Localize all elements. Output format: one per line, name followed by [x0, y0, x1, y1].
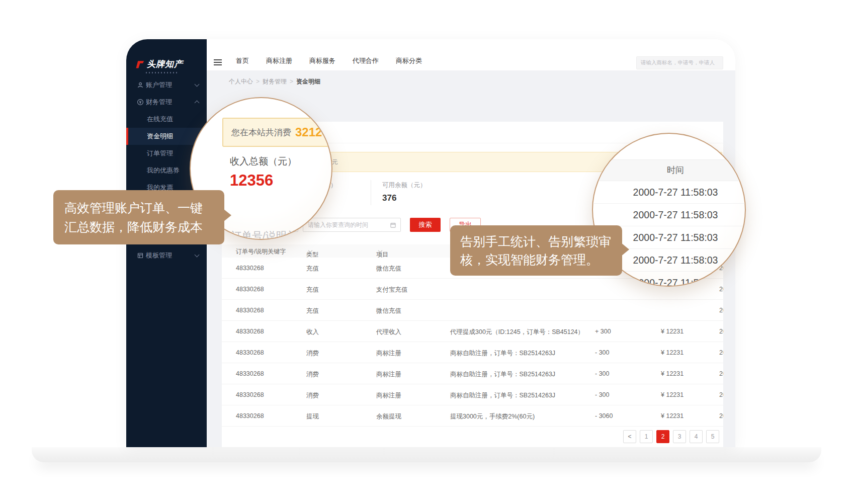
header-type[interactable]: 类型 [306, 247, 312, 255]
cell-order: 48330268 [236, 265, 264, 272]
cell-item: 余额提现 [376, 412, 401, 421]
cell-type: 充值 [306, 286, 319, 294]
table-row: 48330268收入代理收入代理提成300元（ID:1245，订单号：SB451… [222, 321, 723, 342]
cell-time: 2000-7-27 11:58:03 [719, 412, 723, 419]
stat-balance: 可用余额（元） 376 [382, 181, 426, 203]
callout-arrow-icon [224, 209, 231, 221]
nav-item-1[interactable]: 首页 [236, 56, 249, 65]
magnified-date-row: 2000-7-27 11:58:03 [593, 181, 745, 203]
user-icon [137, 81, 144, 89]
cell-desc: 提现3000元，手续费2%(60元) [450, 412, 535, 421]
sidebar-item-label: 资金明细 [147, 132, 173, 141]
breadcrumb-item-1[interactable]: 个人中心 [229, 78, 253, 85]
sidebar-item-模板管理[interactable]: 模板管理 [126, 247, 207, 264]
callout-arrow-icon [621, 242, 629, 257]
search-button[interactable]: 搜索 [410, 218, 441, 232]
pagination-page-3[interactable]: 3 [673, 430, 686, 443]
cell-item: 代理收入 [376, 328, 401, 337]
template-icon [137, 252, 144, 259]
cell-item: 商标注册 [376, 391, 401, 400]
pagination-page-4[interactable]: 4 [690, 430, 703, 443]
table-row: 48330268提现余额提现提现3000元，手续费2%(60元)- 3060¥ … [222, 405, 723, 427]
header-item[interactable]: 项目 [376, 247, 382, 255]
sidebar-item-label: 账户管理 [146, 80, 172, 90]
table-row: 48330268充值微信充值2000-7-27 11:58:03 [222, 300, 723, 321]
cell-order: 48330268 [236, 370, 264, 377]
search-input[interactable]: 请输入商标名，申请号，申请人 [636, 56, 723, 69]
brand-name: 头牌知产 [147, 58, 183, 70]
laptop-base [32, 447, 821, 462]
cell-item: 微信充值 [376, 265, 401, 273]
sidebar-item-label: 我的优惠券 [147, 166, 180, 175]
table-row: 48330268消费商标注册商标自助注册，订单号：SB2514263J- 300… [222, 363, 723, 384]
cell-order: 48330268 [236, 286, 264, 293]
pagination-page-2[interactable]: 2 [656, 430, 669, 443]
pagination-page-1[interactable]: 1 [640, 430, 653, 443]
sidebar-item-label: 在线充值 [147, 115, 173, 124]
cell-type: 消费 [306, 391, 319, 400]
sidebar-item-在线充值[interactable]: 在线充值 [126, 111, 207, 128]
cell-type: 消费 [306, 370, 319, 379]
cell-type: 充值 [306, 307, 319, 315]
sidebar-item-账户管理[interactable]: 账户管理 [126, 76, 207, 94]
cell-time: 2000-7-27 11:58:03 [719, 286, 723, 293]
breadcrumb-separator: > [290, 78, 293, 85]
cell-time: 2000-7-27 11:58:03 [719, 349, 723, 356]
topbar: 首页商标注册商标服务代理合作商标分类 请输入商标名，申请号，申请人 [207, 39, 735, 70]
nav-item-5[interactable]: 商标分类 [396, 56, 422, 65]
cell-order: 48330268 [236, 412, 264, 419]
sidebar-item-label: 订单管理 [147, 149, 173, 158]
cell-type: 提现 [306, 412, 319, 421]
breadcrumb-item-3[interactable]: 资金明细 [296, 78, 320, 85]
cell-time: 2000-7-27 11:58:03 [719, 307, 723, 314]
brand-logo-icon [135, 60, 145, 69]
cell-item: 支付宝充值 [376, 286, 408, 294]
callout-right: 告别手工统计、告别繁琐审核，实现智能财务管理。 [450, 225, 622, 276]
calendar-icon[interactable] [390, 222, 396, 228]
cell-desc: 商标自助注册，订单号：SB2514263J [450, 349, 555, 358]
date-input[interactable]: 请输入你要查询的时间 [303, 218, 401, 232]
cell-order: 48330268 [236, 349, 264, 356]
sidebar-item-label: 财务管理 [146, 98, 172, 107]
nav-item-3[interactable]: 商标服务 [309, 56, 335, 65]
cell-amt: - 300 [595, 349, 610, 356]
cell-bal: ¥ 12231 [661, 349, 684, 356]
table-row: 48330268消费商标注册商标自助注册，订单号：SB2514263J- 300… [222, 342, 723, 363]
magnified-income-label: 收入总额（元） [230, 155, 297, 168]
brand-subtext [146, 72, 178, 73]
pagination: <12345 [623, 430, 719, 443]
search-placeholder: 请输入商标名，申请号，申请人 [641, 59, 715, 66]
sidebar-item-财务管理[interactable]: 财务管理 [126, 94, 207, 111]
chevron-down-icon [195, 253, 200, 258]
cell-order: 48330268 [236, 328, 264, 335]
finance-icon [137, 99, 144, 106]
cell-order: 48330268 [236, 391, 264, 398]
cell-order: 48330268 [236, 307, 264, 314]
cell-bal: ¥ 12231 [661, 391, 684, 398]
sidebar-item-label: 模板管理 [146, 251, 172, 260]
brand-logo[interactable]: 头牌知产 [135, 58, 200, 73]
cell-amt: - 300 [595, 370, 610, 377]
cell-amt: + 300 [595, 328, 611, 335]
cell-item: 商标注册 [376, 370, 401, 379]
header-order: 订单号/说明关键字 [236, 247, 286, 256]
chevron-up-icon [195, 101, 200, 106]
cell-bal: ¥ 12231 [661, 328, 684, 335]
cell-time: 2000-7-27 11:58:03 [719, 391, 723, 398]
nav-item-2[interactable]: 商标注册 [266, 56, 292, 65]
breadcrumb-separator: > [256, 78, 260, 85]
nav-item-4[interactable]: 代理合作 [353, 56, 379, 65]
breadcrumb-item-2[interactable]: 财务管理 [263, 78, 287, 85]
cell-time: 2000-7-27 11:58:03 [719, 370, 723, 377]
cell-desc: 代理提成300元（ID:1245，订单号：SB45124） [450, 328, 584, 337]
cell-desc: 商标自助注册，订单号：SB2514263J [450, 391, 555, 400]
cell-amt: - 3060 [595, 412, 613, 419]
cell-type: 收入 [306, 328, 319, 337]
pagination-prev-button[interactable]: < [623, 430, 636, 443]
cell-item: 微信充值 [376, 307, 401, 315]
menu-icon[interactable] [214, 59, 222, 67]
magnified-income-value: 12356 [230, 172, 273, 190]
magnified-date-row: 2000-7-27 11:58:03 [593, 203, 745, 226]
pagination-page-5[interactable]: 5 [706, 430, 719, 443]
banner-unit: 元 [331, 158, 337, 166]
